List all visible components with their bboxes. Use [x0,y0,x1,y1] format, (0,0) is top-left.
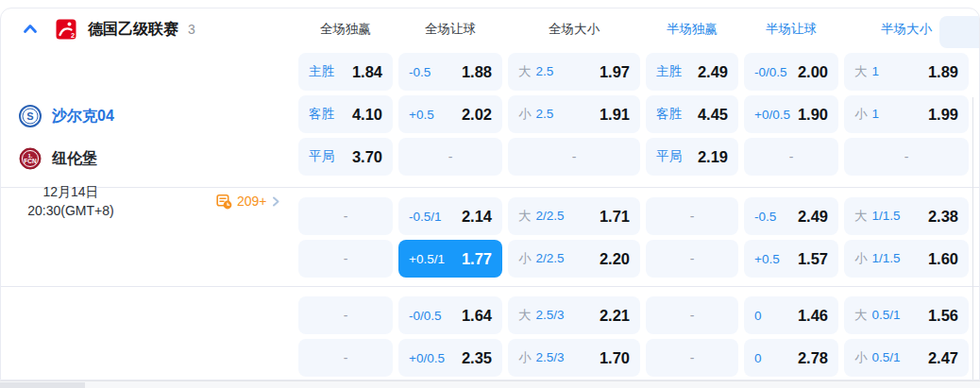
odds-cell-g2-r2-c6[interactable]: 小1/1.51.60 [844,240,969,278]
column-header-halftime-1x2: 半场独赢 [646,21,738,38]
ou-line-value: 1 [872,107,880,121]
odds-cell-g2-r2-c3[interactable]: 小2/2.52.20 [508,240,640,278]
odds-cell-g2-r2-c5[interactable]: +0.51.57 [744,240,838,278]
empty-odds-dash: - [344,251,348,266]
odds-value: 1.60 [928,250,958,268]
odds-label: 客胜 [309,106,334,123]
odds-cell-g3-r1-c5[interactable]: 01.46 [744,296,838,334]
ou-line-value: 1 [872,64,880,78]
match-info: S 沙尔克04 1. FCN 纽伦堡 [1,97,298,220]
odds-row: --0/0.51.64大2.5/32.21-01.46大0.5/11.56 [298,296,979,334]
odds-label: 平局 [656,148,682,165]
ou-side-label: 小 [518,350,532,364]
away-team-row[interactable]: 1. FCN 纽伦堡 [1,140,298,177]
odds-cell-g1-r1-c2[interactable]: -0.51.88 [398,53,502,91]
empty-odds-dash: - [690,251,695,266]
home-team-crest-icon: S [19,105,42,127]
horizontal-scrollbar-thumb[interactable] [0,382,85,388]
empty-odds-dash: - [572,149,577,164]
odds-value: 1.90 [798,106,828,124]
odds-cell-g1-r2-c6[interactable]: 小11.99 [844,95,969,133]
odds-cell-g3-r2-c5[interactable]: 02.78 [744,339,838,377]
odds-cell-g2-r1-c3[interactable]: 大2/2.51.71 [508,197,640,235]
ou-line-value: 1/1.5 [872,209,901,223]
odds-label: 小2.5 [518,106,553,123]
odds-label: -0.5/1 [409,210,442,224]
collapse-button[interactable] [21,20,40,39]
ou-side-label: 大 [854,209,868,223]
bundesliga2-logo-icon: 2 [56,19,76,40]
odds-value: 2.21 [600,307,630,325]
odds-cell-g1-r1-c5[interactable]: -0/0.52.00 [744,53,838,91]
odds-label: 大0.5/1 [854,307,901,324]
svg-text:FCN: FCN [24,158,37,164]
odds-cell-g1-r2-c5[interactable]: +0/0.51.90 [744,95,838,133]
odds-cell-g3-r1-c3[interactable]: 大2.5/32.21 [508,296,640,334]
odds-cell-g1-r2-c4[interactable]: 客胜4.45 [646,95,738,133]
home-team-row[interactable]: S 沙尔克04 [1,97,298,135]
odds-label: 大2.5 [518,63,553,80]
odds-label: 主胜 [656,63,682,80]
horizontal-scrollbar[interactable] [0,380,980,388]
empty-odds-cell-g2-r2-c1: - [298,240,393,278]
odds-value: 1.56 [928,307,958,325]
empty-odds-dash: - [789,149,794,164]
ou-line-value: 2.5/3 [536,350,565,364]
odds-value: 2.02 [462,106,492,124]
odds-cell-g3-r2-c2[interactable]: +0/0.52.35 [398,339,502,377]
odds-value: 2.38 [928,208,958,226]
odds-cell-g2-r1-c2[interactable]: -0.5/12.14 [398,197,502,235]
odds-cell-g2-r1-c5[interactable]: -0.52.49 [744,197,838,235]
chevron-up-icon [22,22,39,38]
odds-value: 2.49 [798,208,828,226]
odds-cell-g2-r2-c2[interactable]: +0.5/11.77 [398,240,502,278]
odds-cell-g2-r1-c6[interactable]: 大1/1.52.38 [844,197,969,235]
odds-cell-g1-r2-c2[interactable]: +0.52.02 [398,95,502,133]
league-match-count: 3 [188,22,195,37]
chevron-right-icon [271,195,280,208]
odds-cell-g3-r2-c3[interactable]: 小2.5/31.70 [508,339,640,377]
odds-cell-g1-r1-c1[interactable]: 主胜1.84 [298,53,393,91]
empty-odds-dash: - [690,209,695,224]
ou-side-label: 小 [854,350,868,364]
match-time: 20:30(GMT+8) [16,201,126,220]
odds-label: 大2.5/3 [518,307,565,324]
odds-value: 2.19 [698,148,728,166]
odds-value: 2.49 [698,63,728,81]
odds-cell-g3-r1-c6[interactable]: 大0.5/11.56 [844,296,969,334]
odds-label: +0.5 [754,252,780,266]
odds-row: 客胜4.10+0.52.02小2.51.91客胜4.45+0/0.51.90小1… [298,95,979,133]
odds-value: 1.89 [928,63,958,81]
match-meta-row: 12月14日 20:30(GMT+8) [1,182,298,220]
odds-value: 1.77 [462,250,492,268]
odds-cell-g3-r1-c2[interactable]: -0/0.51.64 [398,296,502,334]
odds-cell-g1-r3-c4[interactable]: 平局2.19 [646,138,738,176]
ou-line-value: 2.5 [536,64,554,78]
odds-cell-g1-r1-c4[interactable]: 主胜2.49 [646,53,738,91]
odds-value: 1.57 [798,250,828,268]
odds-cell-g1-r1-c6[interactable]: 大11.89 [844,53,969,91]
ou-side-label: 大 [854,64,868,78]
empty-odds-cell-g2-r1-c4: - [646,197,738,235]
odds-value: 1.46 [798,307,828,325]
odds-label: 小1/1.5 [854,250,901,267]
odds-cell-g1-r2-c1[interactable]: 客胜4.10 [298,95,393,133]
odds-cell-g3-r2-c6[interactable]: 小0.5/12.47 [844,339,969,377]
odds-value: 1.84 [352,63,382,81]
league-title: 德国乙级联赛 [88,20,178,40]
odds-cell-g1-r3-c1[interactable]: 平局3.70 [298,138,393,176]
odds-value: 4.45 [698,106,728,124]
odds-label: 小0.5/1 [854,349,901,366]
odds-value: 1.91 [600,106,630,124]
more-markets-button[interactable]: 209+ [216,194,280,210]
clipped-next-column-button[interactable] [939,16,980,48]
odds-cell-g1-r1-c3[interactable]: 大2.51.97 [508,53,640,91]
odds-page: 2 德国乙级联赛 3 全场独赢全场让球全场大小半场独赢半场让球半场大小 主胜1.… [0,0,980,388]
empty-odds-cell-g1-r3-c6: - [844,138,969,176]
odds-value: 1.97 [600,63,630,81]
odds-group-3: --0/0.51.64大2.5/32.21-01.46大0.5/11.56-+0… [1,286,979,380]
odds-cell-g1-r2-c3[interactable]: 小2.51.91 [508,95,640,133]
ou-line-value: 0.5/1 [872,308,901,322]
away-team-crest-icon: 1. FCN [19,147,42,170]
odds-label: +0/0.5 [409,351,445,365]
